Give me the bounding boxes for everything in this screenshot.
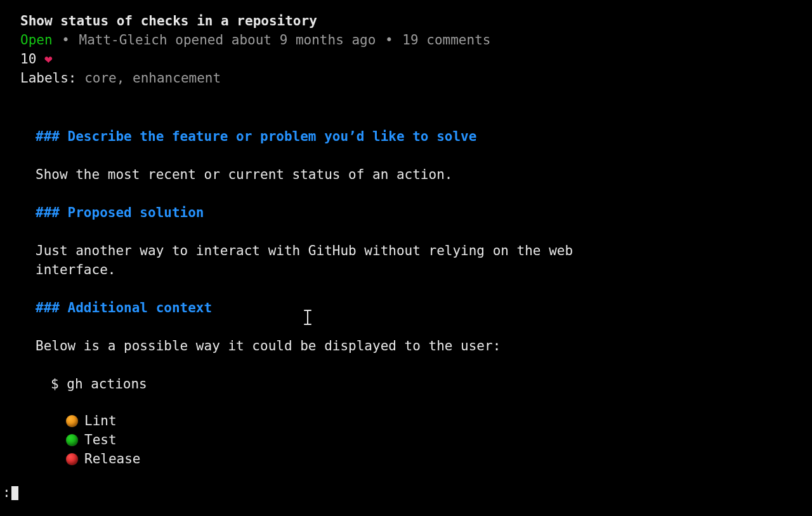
issue-comments-count: 19	[402, 32, 418, 48]
action-name: Lint	[84, 411, 117, 430]
paragraph-proposed: Just another way to interact with GitHub…	[36, 241, 657, 279]
action-row-release: Release	[66, 449, 812, 468]
labels-label: Labels:	[20, 70, 77, 86]
heart-icon: ❤	[44, 51, 53, 67]
terminal-pager-screen[interactable]: Show status of checks in a repository Op…	[0, 0, 812, 516]
labels-line: Labels: core, enhancement	[20, 69, 812, 88]
heading-context: ### Additional context	[36, 298, 812, 317]
status-dot-red-icon	[66, 453, 78, 465]
issue-comments-label: comments	[426, 32, 490, 48]
action-row-test: Test	[66, 430, 812, 449]
issue-title: Show status of checks in a repository	[20, 11, 812, 30]
heading-describe: ### Describe the feature or problem you’…	[36, 127, 812, 146]
reactions-line: 10 ❤	[20, 50, 812, 69]
example-command: $ gh actions	[51, 374, 812, 394]
reaction-heart-count: 10	[20, 51, 36, 67]
issue-body: ### Describe the feature or problem you’…	[36, 127, 812, 468]
labels-values: core, enhancement	[84, 70, 221, 86]
status-dot-orange-icon	[66, 415, 78, 427]
pager-colon: :	[3, 485, 11, 500]
paragraph-context: Below is a possible way it could be disp…	[36, 336, 657, 355]
pager-prompt[interactable]: :	[3, 483, 18, 502]
issue-opened-text: opened	[175, 32, 232, 48]
issue-opened-relative: about 9 months ago	[232, 32, 376, 48]
action-name: Test	[84, 430, 117, 449]
cursor-block-icon	[11, 486, 18, 500]
heading-proposed: ### Proposed solution	[36, 203, 812, 222]
action-name: Release	[84, 449, 141, 468]
meta-bullet-1: •	[62, 32, 70, 48]
issue-status: Open	[20, 32, 53, 48]
issue-author: Matt-Gleich	[79, 32, 167, 48]
example-output: Lint Test Release	[66, 411, 812, 468]
meta-bullet-2: •	[385, 32, 393, 48]
paragraph-describe: Show the most recent or current status o…	[36, 165, 657, 184]
status-dot-green-icon	[66, 434, 78, 446]
issue-meta-line: Open • Matt-Gleich opened about 9 months…	[20, 30, 812, 50]
action-row-lint: Lint	[66, 411, 812, 430]
